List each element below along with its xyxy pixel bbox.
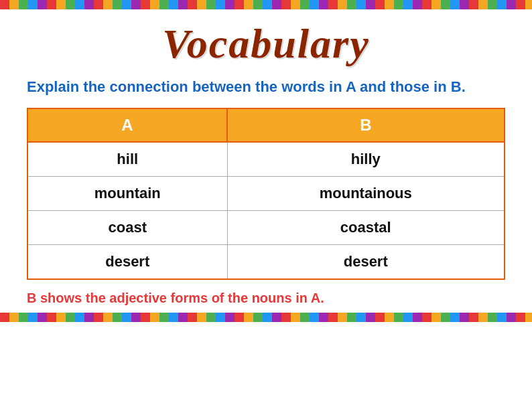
title-container: Vocabulary — [27, 20, 505, 68]
cell-col-b: coastal — [227, 210, 505, 244]
cell-col-a: mountain — [27, 176, 227, 210]
table-row: hillhilly — [27, 142, 505, 177]
table-row: coastcoastal — [27, 210, 505, 244]
vocabulary-table: A B hillhillymountainmountainouscoastcoa… — [27, 108, 505, 280]
cell-col-b: hilly — [227, 142, 505, 177]
cell-col-a: hill — [27, 142, 227, 177]
border-top — [0, 0, 532, 9]
page-title: Vocabulary — [162, 21, 369, 66]
cell-col-a: desert — [27, 244, 227, 279]
instruction-text: Explain the connection between the words… — [27, 77, 505, 97]
footnote-text: B shows the adjective forms of the nouns… — [27, 291, 505, 306]
cell-col-b: mountainous — [227, 176, 505, 210]
table-header-row: A B — [27, 108, 505, 142]
border-bottom — [0, 313, 532, 322]
cell-col-b: desert — [227, 244, 505, 279]
column-header-a: A — [27, 108, 227, 142]
column-header-b: B — [227, 108, 505, 142]
cell-col-a: coast — [27, 210, 227, 244]
table-row: desertdesert — [27, 244, 505, 279]
table-row: mountainmountainous — [27, 176, 505, 210]
